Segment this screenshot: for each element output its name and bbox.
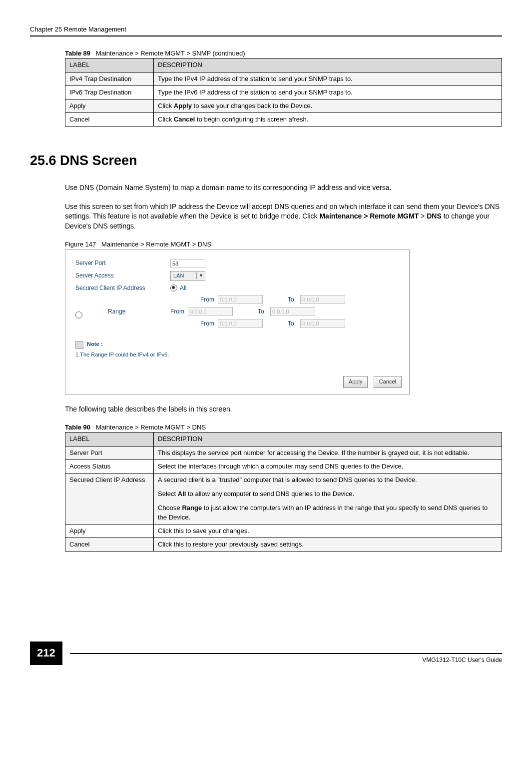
note-icon [75, 341, 83, 349]
from-label: From [170, 308, 188, 316]
cancel-button[interactable]: Cancel [374, 376, 402, 388]
radio-all[interactable] [170, 284, 177, 292]
to-ip-2[interactable] [270, 307, 315, 316]
cell-label: Cancel [65, 113, 154, 126]
note-text: 1.The Range IP could be IPv4 or IPv6. [75, 351, 399, 358]
radio-range-label: Range [108, 308, 125, 316]
row-secured-client: Secured Client IP Address All [75, 284, 399, 292]
from-ip-3[interactable] [218, 319, 263, 328]
label-server-access: Server Access [75, 272, 170, 280]
row-server-port: Server Port [75, 259, 399, 268]
table-row: Access Status Select the interfaces thro… [65, 460, 502, 473]
page-footer: 212 VMG1312-T10C User's Guide [30, 642, 502, 665]
range-row-3: From To [170, 319, 399, 328]
table89-caption-prefix: Table 89 [65, 50, 90, 57]
range-row-1: From To [170, 295, 399, 304]
note-label: Note : [87, 341, 102, 347]
figure-caption: Figure 147 Maintenance > Remote MGMT > D… [65, 240, 502, 249]
cell-label: Access Status [65, 460, 154, 473]
cell-desc: Type the IPv4 IP address of the station … [154, 72, 502, 86]
chevron-down-icon: ▼ [196, 272, 205, 279]
cell-desc: Click Cancel to begin configuring this s… [154, 113, 502, 126]
table-row: Cancel Click this to restore your previo… [65, 538, 502, 551]
table-row: Apply Click this to save your changes. [65, 524, 502, 538]
cell-label: Server Port [65, 446, 154, 460]
dns-config-screenshot: Server Port Server Access LAN ▼ Secured … [65, 250, 410, 394]
cell-desc: Click this to restore your previously sa… [154, 538, 502, 551]
paragraph-1: Use DNS (Domain Name System) to map a do… [65, 183, 502, 193]
footer-line: VMG1312-T10C User's Guide [70, 653, 502, 654]
row-server-access: Server Access LAN ▼ [75, 271, 399, 281]
cell-label: Apply [65, 99, 154, 112]
label-server-port: Server Port [75, 259, 170, 268]
apply-button[interactable]: Apply [343, 376, 368, 388]
cell-label: IPv6 Trap Destination [65, 86, 154, 99]
range-row-2: Range From To [170, 307, 399, 316]
after-figure-text: The following table describes the labels… [65, 404, 502, 414]
from-label: From [200, 296, 218, 304]
paragraph-2: Use this screen to set from which IP add… [65, 202, 502, 232]
cell-label: Cancel [65, 538, 154, 551]
cell-desc: Select the interfaces through which a co… [154, 460, 502, 473]
radio-all-label: All [180, 284, 186, 292]
table89-caption-text [92, 50, 96, 57]
table-row: Cancel Click Cancel to begin configuring… [65, 113, 502, 126]
table-row: IPv4 Trap Destination Type the IPv4 IP a… [65, 72, 502, 86]
th-description: DESCRIPTION [154, 58, 502, 72]
cell-label: Apply [65, 524, 154, 538]
to-label: To [258, 308, 268, 316]
figure-prefix: Figure 147 [65, 240, 96, 248]
radio-range[interactable] [75, 312, 82, 318]
from-ip-2[interactable] [188, 307, 233, 316]
th-description: DESCRIPTION [154, 432, 502, 446]
label-secured-client: Secured Client IP Address [75, 284, 170, 292]
table-row: IPv6 Trap Destination Type the IPv6 IP a… [65, 86, 502, 99]
section-heading: 25.6 DNS Screen [30, 152, 502, 170]
table-row: Apply Click Apply to save your changes b… [65, 99, 502, 112]
to-ip-1[interactable] [300, 295, 345, 304]
figure-caption-text: Maintenance > Remote MGMT > DNS [101, 240, 211, 248]
table90-caption-text: Maintenance > Remote MGMT > DNS [96, 424, 206, 431]
cell-desc: A secured client is a "trusted" computer… [154, 474, 502, 524]
from-label: From [200, 320, 218, 328]
range-rows: From To Range From To From To [170, 295, 399, 328]
table90-caption-prefix: Table 90 [65, 424, 90, 431]
table-header-row: LABEL DESCRIPTION [65, 58, 502, 72]
cell-desc: This displays the service port number fo… [154, 446, 502, 460]
table-row: Secured Client IP Address A secured clie… [65, 474, 502, 524]
to-ip-3[interactable] [300, 319, 345, 328]
to-label: To [288, 296, 298, 304]
chapter-header: Chapter 25 Remote Management [30, 25, 502, 36]
server-access-dropdown[interactable]: LAN ▼ [170, 271, 205, 281]
server-port-input[interactable] [170, 259, 205, 268]
table89: LABEL DESCRIPTION IPv4 Trap Destination … [65, 58, 502, 126]
cell-desc: Click Apply to save your changes back to… [154, 99, 502, 112]
cell-label: Secured Client IP Address [65, 474, 154, 524]
buttons-bar: Apply Cancel [339, 376, 402, 388]
table90-caption: Table 90 Maintenance > Remote MGMT > DNS [65, 423, 502, 432]
th-label: LABEL [65, 58, 154, 72]
table89-caption: Table 89 Maintenance > Remote MGMT > SNM… [65, 49, 502, 58]
cell-label: IPv4 Trap Destination [65, 72, 154, 86]
cell-desc: Type the IPv6 IP address of the station … [154, 86, 502, 99]
table90: LABEL DESCRIPTION Server Port This displ… [65, 432, 502, 552]
from-ip-1[interactable] [218, 295, 263, 304]
cell-desc: Click this to save your changes. [154, 524, 502, 538]
footer-guide-text: VMG1312-T10C User's Guide [422, 656, 502, 664]
note-section: Note : 1.The Range IP could be IPv4 or I… [75, 340, 399, 358]
table-header-row: LABEL DESCRIPTION [65, 432, 502, 446]
page-number: 212 [30, 642, 62, 665]
table-row: Server Port This displays the service po… [65, 446, 502, 460]
dropdown-value: LAN [171, 272, 196, 280]
th-label: LABEL [65, 432, 154, 446]
to-label: To [288, 320, 298, 328]
